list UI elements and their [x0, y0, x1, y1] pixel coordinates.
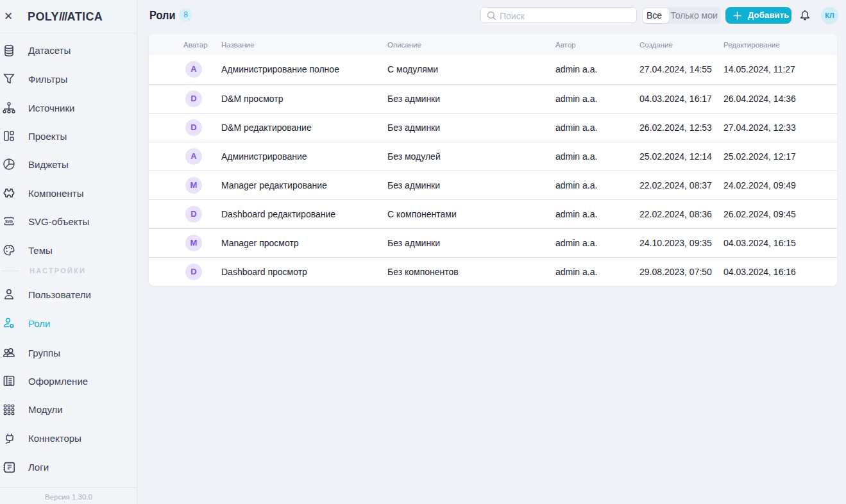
svg-text:SVG: SVG — [5, 219, 13, 224]
